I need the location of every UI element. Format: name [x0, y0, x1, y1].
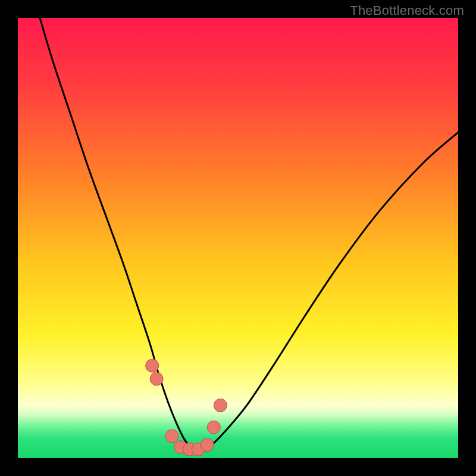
watermark-text: TheBottleneck.com — [350, 3, 464, 18]
gradient-background — [18, 18, 458, 458]
plot-area — [18, 18, 458, 458]
data-marker — [165, 430, 178, 443]
bottleneck-chart — [18, 18, 458, 458]
data-marker — [150, 372, 163, 386]
data-marker — [201, 439, 214, 452]
data-marker — [146, 359, 159, 372]
data-marker — [214, 399, 227, 412]
data-marker — [207, 421, 220, 434]
